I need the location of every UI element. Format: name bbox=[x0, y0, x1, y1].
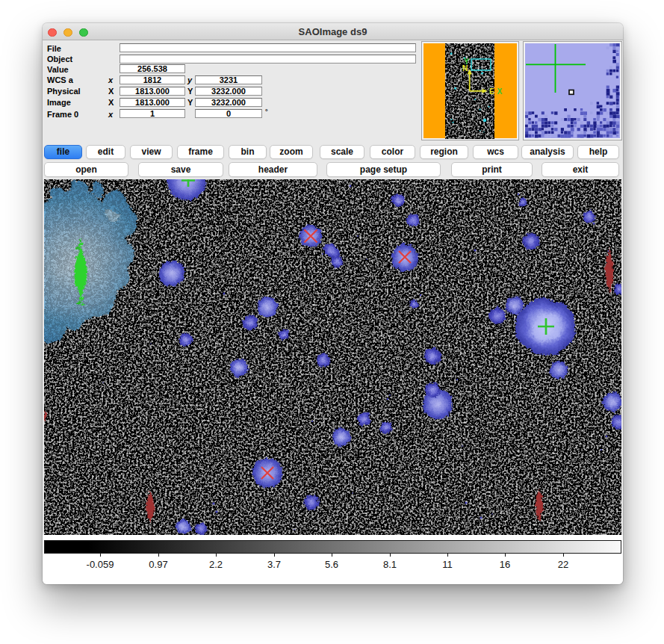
svg-text:E: E bbox=[489, 87, 494, 96]
svg-text:Y: Y bbox=[464, 58, 469, 66]
svg-text:X: X bbox=[497, 87, 503, 96]
